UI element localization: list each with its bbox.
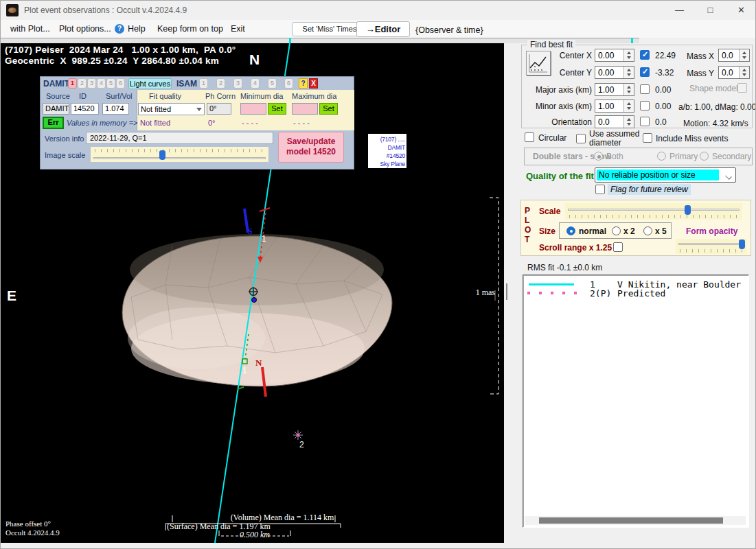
size-x5-radio[interactable] [643,226,652,235]
double-secondary-label: Secondary [712,152,751,161]
menu-help[interactable]: Help [128,24,146,34]
source-value: DAMIT [43,103,69,115]
surfvol-value: 1.074 [102,103,129,115]
max-dia-field[interactable] [292,103,318,115]
major-axis-label: Major axis (km) [529,85,592,95]
orientation-label: Orientation [529,117,592,127]
major-axis-spinner[interactable]: 1.00 [595,83,634,96]
damit-title: DAMIT [43,79,69,89]
surfvol-header: Surf/Vol [106,92,133,100]
menu-with-plot[interactable]: with Plot... [10,24,50,34]
center-x-spinner[interactable]: 0.00 [595,49,634,62]
observation-row-1[interactable]: 1 V Nikitin, near Boulder [527,279,747,289]
damit-tab-3[interactable]: 3 [87,78,96,89]
damit-tab-5[interactable]: 5 [106,78,115,89]
isam-tab-1[interactable]: 1 [199,78,208,89]
version-info-field[interactable]: 2022-11-29, Q=1 [86,132,273,144]
image-scale-slider[interactable] [91,147,268,162]
size-x2-radio[interactable] [612,226,621,235]
id-header: ID [79,92,87,100]
slider-groove [93,157,266,159]
isam-tab-4[interactable]: 4 [251,78,260,89]
observer-time-label[interactable]: {Observer & time} [415,25,483,35]
orientation-spinner[interactable]: 0.0 [595,115,634,128]
mass-y-spinner[interactable]: 0.0 [718,66,750,79]
include-miss-checkbox[interactable] [643,133,652,143]
panel-divider-handle[interactable] [506,283,507,300]
damit-tab-1[interactable]: 1 [68,78,77,89]
major-axis-checkbox[interactable] [640,84,650,94]
listbox-hscrollbar[interactable] [525,516,746,525]
orientation-checkbox[interactable] [640,117,650,126]
center-y-checkbox[interactable] [640,67,650,77]
compass-east: E [7,288,16,304]
isam-tab-3[interactable]: 3 [233,78,242,89]
double-primary-radio[interactable] [657,152,666,161]
major-axis-updown[interactable] [623,84,634,95]
image-scale-thumb[interactable] [159,150,165,160]
opacity-groove [678,243,744,245]
minor-axis-result: 0.00 [655,102,671,111]
damit-tab-6[interactable]: 6 [116,78,125,89]
ph-corr-value[interactable]: 0° [207,103,231,115]
orientation-updown[interactable] [623,116,634,128]
sky-plane-plot[interactable]: (7107) Peiser 2024 Mar 24 1.00 x 1.00 km… [1,43,504,543]
close-button[interactable]: ✕ [726,1,756,20]
isam-tab-2[interactable]: 2 [216,78,225,89]
plot-scale-slider[interactable] [565,203,742,220]
size-label: Size [539,226,555,236]
editor-button[interactable]: →Editor [356,21,410,37]
shape-model-checkbox[interactable] [737,83,747,93]
chord1-label-bottom: 1 [242,366,247,375]
menu-keep-on-top[interactable]: Keep form on top [157,24,223,34]
hscrollbar-thumb[interactable] [539,517,723,524]
flag-review-checkbox[interactable] [595,185,605,194]
assumed-diameter-checkbox[interactable] [576,134,586,143]
center-x-updown[interactable] [623,49,634,61]
isam-tab-5[interactable]: 5 [268,78,277,89]
light-curves-button[interactable]: Light curves [128,78,172,89]
center-x-checkbox[interactable] [640,50,650,60]
mass-x-updown[interactable] [739,49,749,61]
observations-listbox[interactable]: 1 V Nikitin, near Boulder 2(P) Predicted [523,274,749,528]
scale-thumb[interactable] [685,205,691,215]
set-max-button[interactable]: Set [319,103,338,115]
center-y-updown[interactable] [623,67,634,78]
maximize-button[interactable]: □ [695,1,726,20]
menu-plot-options[interactable]: Plot options... [59,24,111,34]
set-min-button[interactable]: Set [268,103,286,115]
run-fit-button[interactable] [526,51,551,75]
menu-exit[interactable]: Exit [231,24,245,34]
fit-quality-combobox[interactable]: Not fitted [138,103,205,115]
damit-help-button[interactable]: ? [299,78,308,89]
circular-checkbox[interactable] [525,132,534,142]
save-update-model-button[interactable]: Save/update model 14520 [278,132,344,163]
minor-axis-checkbox[interactable] [640,101,650,110]
isam-tab-6[interactable]: 6 [284,78,293,89]
double-secondary-radio[interactable] [700,152,709,161]
center-x-result: 22.49 [655,51,676,60]
size-normal-radio[interactable] [566,226,575,235]
id-value[interactable]: 14520 [71,103,99,115]
fit-quality-value: Not fitted [141,105,171,113]
mass-x-spinner[interactable]: 0.0 [718,49,750,62]
damit-close-button[interactable]: X [309,78,318,89]
mass-y-updown[interactable] [739,67,749,78]
quality-combobox[interactable]: No reliable position or size [595,167,736,183]
err-button[interactable]: Err [43,117,64,129]
mass-x-label: Mass X [681,51,714,61]
minor-axis-updown[interactable] [623,100,634,112]
center-y-spinner[interactable]: 0.00 [595,66,634,79]
double-both-radio[interactable] [594,152,603,161]
observation-row-2[interactable]: 2(P) Predicted [527,288,747,298]
damit-tab-4[interactable]: 4 [97,78,106,89]
damit-tab-2[interactable]: 2 [78,78,87,89]
major-axis-result: 0.00 [655,85,671,95]
opacity-thumb[interactable] [739,240,745,249]
scroll-range-checkbox[interactable] [613,242,623,252]
minor-axis-spinner[interactable]: 1.00 [595,100,634,113]
min-dia-field[interactable] [240,103,266,115]
south-pole-label: S [248,226,253,237]
form-opacity-slider[interactable] [676,239,747,254]
minimize-button[interactable]: — [664,1,695,20]
